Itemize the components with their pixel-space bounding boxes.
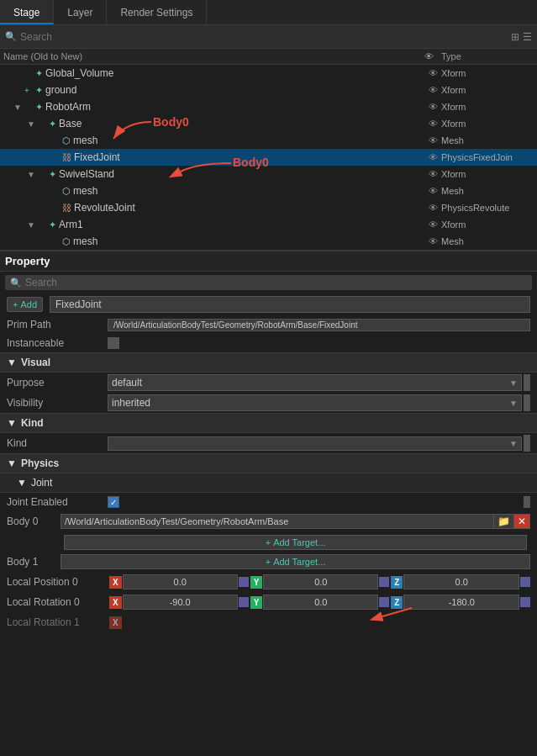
add-target-label: Add Target... — [273, 557, 325, 567]
xform-icon: ✦ — [35, 68, 43, 79]
stage-row-mesh-swivel[interactable]: ⬡ mesh 👁 Mesh — [0, 182, 537, 199]
x-button[interactable]: X — [109, 596, 122, 609]
tab-layer[interactable]: Layer — [54, 0, 107, 24]
xform-icon: ✦ — [49, 169, 56, 180]
local-rot0-row: Local Rotation 0 X -90.0 Y 0.0 Z -180.0 — [0, 592, 537, 612]
local-rot1-group: X — [109, 616, 530, 629]
stage-row-swivelstand[interactable]: ▼ ✦ SwivelStand 👁 Xform — [0, 166, 537, 182]
add-icon[interactable]: + — [24, 86, 33, 95]
rot0-z-value[interactable]: -180.0 — [403, 595, 519, 610]
local-pos0-label: Local Position 0 — [7, 576, 108, 588]
stage-row-global-volume[interactable]: ✦ Global_Volume 👁 Xform — [0, 65, 537, 82]
rot0-x-value[interactable]: -90.0 — [123, 595, 238, 610]
local-rot0-group: X -90.0 Y 0.0 Z -180.0 — [109, 595, 530, 610]
visibility-icon[interactable]: 👁 — [424, 85, 441, 95]
mesh-icon: ⬡ — [62, 186, 71, 197]
visibility-icon[interactable]: 👁 — [424, 152, 441, 162]
expand-icon[interactable]: ▼ — [27, 220, 35, 230]
visibility-icon[interactable]: 👁 — [424, 219, 441, 230]
visibility-icon[interactable]: 👁 — [424, 102, 441, 112]
pos0-x-item: X 0.0 — [109, 574, 249, 589]
stage-row-base[interactable]: ▼ ✦ Base 👁 Xform — [0, 115, 537, 132]
stage-row-arm1[interactable]: ▼ ✦ Arm1 👁 Xform — [0, 216, 537, 233]
section-visual[interactable]: ▼ Visual — [0, 352, 537, 373]
filter-icon[interactable]: ⊞ — [511, 31, 519, 43]
plus-icon: + — [266, 557, 271, 567]
folder-icon[interactable]: 📁 — [493, 515, 513, 528]
stage-table-header: Name (Old to New) 👁 Type — [0, 49, 537, 65]
x-button[interactable]: X — [109, 576, 122, 589]
visibility-icon[interactable]: 👁 — [424, 135, 441, 145]
stage-row-robotarm[interactable]: ▼ ✦ RobotArm 👁 Xform — [0, 98, 537, 115]
visibility-icon[interactable]: 👁 — [424, 169, 441, 179]
row-label: Arm1 — [59, 219, 83, 230]
kind-dropdown[interactable]: ▼ — [108, 436, 522, 451]
prim-path-row: Prim Path /World/ArticulationBodyTest/Ge… — [0, 315, 537, 334]
clear-icon[interactable]: ✕ — [513, 515, 529, 528]
stage-row-mesh-base[interactable]: ⬡ mesh 👁 Mesh — [0, 132, 537, 149]
expand-icon[interactable]: ▼ — [27, 170, 35, 179]
section-visual-label: Visual — [21, 357, 50, 368]
instanceable-row: Instanceable — [0, 334, 537, 352]
search-icon: 🔍 — [10, 278, 22, 288]
expand-icon[interactable]: ▼ — [27, 119, 35, 129]
xform-icon: ✦ — [35, 102, 43, 113]
x-dot — [239, 597, 249, 607]
visibility-dropdown[interactable]: inherited ▼ — [108, 394, 522, 411]
add-target-label: Add Target... — [273, 537, 325, 547]
stage-tree: ✦ Global_Volume 👁 Xform + ✦ ground 👁 Xfo… — [0, 65, 537, 251]
section-physics-label: Physics — [21, 457, 59, 469]
xform-icon: ✦ — [49, 119, 56, 130]
tab-render-settings[interactable]: Render Settings — [107, 0, 207, 24]
stage-row-fixedjoint[interactable]: ⛓ FixedJoint 👁 PhysicsFixedJoin — [0, 149, 537, 166]
joint-enabled-checkbox[interactable]: ✓ — [108, 496, 119, 508]
menu-icon[interactable]: ☰ — [523, 31, 532, 43]
rot0-y-value[interactable]: 0.0 — [263, 595, 378, 610]
chevron-down-icon: ▼ — [509, 439, 518, 448]
visibility-icon[interactable]: 👁 — [424, 236, 441, 246]
row-type: Xform — [441, 102, 534, 112]
row-label: FixedJoint — [74, 151, 120, 163]
z-dot — [520, 597, 530, 607]
expand-icon[interactable]: ▼ — [13, 103, 22, 112]
top-tabs: Stage Layer Render Settings — [0, 0, 537, 25]
stage-row-mesh-arm1[interactable]: ⬡ mesh 👁 Mesh — [0, 233, 537, 250]
pos0-x-value[interactable]: 0.0 — [123, 574, 238, 589]
row-label: mesh — [73, 235, 97, 247]
purpose-dropdown[interactable]: default ▼ — [108, 374, 522, 391]
local-rot1-row-partial: Local Rotation 1 X — [0, 612, 537, 632]
stage-search-input[interactable] — [20, 31, 508, 43]
y-button[interactable]: Y — [250, 576, 263, 589]
visibility-icon[interactable]: 👁 — [424, 68, 441, 78]
section-physics[interactable]: ▼ Physics — [0, 453, 537, 473]
z-button[interactable]: Z — [391, 576, 403, 589]
purpose-row: Purpose default ▼ — [0, 373, 537, 393]
stage-row-ground[interactable]: + ✦ ground 👁 Xform — [0, 82, 537, 98]
local-rot1-label: Local Rotation 1 — [7, 616, 108, 628]
pos0-z-value[interactable]: 0.0 — [403, 574, 519, 589]
y-button[interactable]: Y — [250, 596, 263, 609]
add-button[interactable]: + Add — [7, 297, 43, 312]
row-type: Xform — [441, 85, 534, 95]
row-label: Base — [59, 118, 82, 130]
visibility-value: inherited — [112, 397, 150, 409]
local-pos0-group: X 0.0 Y 0.0 Z 0.0 — [109, 574, 530, 589]
visibility-icon[interactable]: 👁 — [424, 203, 441, 213]
row-label: RobotArm — [45, 101, 91, 113]
row-label: Global_Volume — [45, 67, 113, 79]
prim-path-label: Prim Path — [7, 319, 108, 330]
section-kind[interactable]: ▼ Kind — [0, 413, 537, 433]
tab-stage[interactable]: Stage — [0, 0, 54, 24]
body0-row: Body 0 /World/ArticulationBodyTest/Geome… — [0, 511, 537, 531]
x-button[interactable]: X — [109, 616, 122, 629]
pos0-y-value[interactable]: 0.0 — [263, 574, 378, 589]
section-joint[interactable]: ▼ Joint — [0, 473, 537, 493]
visibility-icon[interactable]: 👁 — [424, 186, 441, 196]
instanceable-checkbox[interactable] — [108, 337, 119, 349]
add-target-body1-button[interactable]: + Add Target... — [61, 554, 530, 569]
stage-row-revolutejoint[interactable]: ⛓ RevoluteJoint 👁 PhysicsRevolute — [0, 199, 537, 216]
property-search-input[interactable] — [25, 277, 527, 288]
add-target-body0-button[interactable]: + Add Target... — [64, 535, 527, 550]
z-button[interactable]: Z — [391, 596, 403, 609]
visibility-icon[interactable]: 👁 — [424, 119, 441, 129]
